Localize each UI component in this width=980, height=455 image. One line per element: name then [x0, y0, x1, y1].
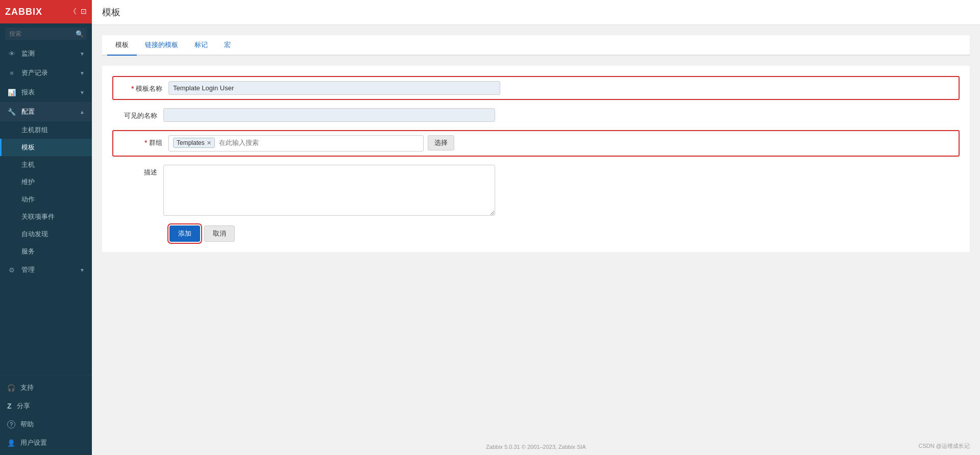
group-input-area: Templates ✕ 选择: [168, 135, 954, 151]
sub-item-label: 关联项事件: [21, 212, 55, 221]
sidebar-item-label: 报表: [21, 88, 35, 97]
group-tag-close-icon[interactable]: ✕: [207, 140, 211, 146]
sidebar-item-label: 监测: [21, 49, 35, 58]
group-field[interactable]: Templates ✕: [168, 135, 424, 151]
sidebar-sub-item-services[interactable]: 服务: [0, 243, 92, 260]
add-button[interactable]: 添加: [169, 225, 200, 242]
share-label: 分享: [17, 401, 30, 411]
content-area: 模板 链接的模板 标记 宏 模板名称 可见的名称: [92, 25, 980, 439]
main-content: 模板 模板 链接的模板 标记 宏 模板名称 可见的名称: [92, 0, 980, 455]
sidebar-item-share[interactable]: Z 分享: [0, 397, 92, 415]
chevron-icon: ▼: [80, 51, 85, 57]
user-settings-label: 用户设置: [20, 438, 47, 447]
sub-item-label: 主机: [21, 160, 35, 169]
select-button[interactable]: 选择: [428, 135, 454, 150]
template-name-field: [168, 81, 500, 95]
sidebar-item-help[interactable]: ? 帮助: [0, 415, 92, 434]
support-icon: 🎧: [7, 384, 15, 392]
visible-name-input[interactable]: [163, 108, 495, 122]
help-label: 帮助: [20, 420, 34, 429]
sidebar-nav: 👁 监测 ▼ ≡ 资产记录 ▼ 📊 报表 ▼ 🔧 配置 ▲ 主机群组 模板 主机: [0, 44, 92, 375]
sub-item-label: 自动发现: [21, 230, 48, 239]
sidebar-bottom: 🎧 支持 Z 分享 ? 帮助 👤 用户设置: [0, 375, 92, 455]
footer: Zabbix 5.0.31 © 2001–2023, Zabbix SIA CS…: [92, 439, 980, 455]
sidebar-sub-item-hosts[interactable]: 主机: [0, 156, 92, 173]
tab-template[interactable]: 模板: [107, 35, 137, 56]
window-icon[interactable]: ⊡: [81, 7, 87, 16]
sidebar-header: ZABBIX 《 ⊡: [0, 0, 92, 23]
sidebar-search-container: 🔍: [0, 23, 92, 44]
template-name-label: 模板名称: [117, 81, 168, 93]
sidebar-item-label: 管理: [21, 265, 35, 274]
sidebar-sub-item-actions[interactable]: 动作: [0, 191, 92, 208]
sidebar-item-assets[interactable]: ≡ 资产记录 ▼: [0, 63, 92, 83]
group-tag-label: Templates: [177, 139, 205, 146]
sub-item-label: 动作: [21, 195, 35, 204]
chevron-icon: ▼: [80, 267, 85, 273]
sidebar-item-label: 配置: [21, 107, 35, 116]
config-icon: 🔧: [7, 108, 16, 116]
sidebar-item-label: 资产记录: [21, 68, 48, 78]
chevron-icon: ▼: [80, 90, 85, 95]
share-icon: Z: [7, 402, 12, 410]
sidebar-item-user-settings[interactable]: 👤 用户设置: [0, 434, 92, 452]
sidebar-item-support[interactable]: 🎧 支持: [0, 378, 92, 397]
management-icon: ⚙: [7, 266, 16, 274]
chevron-icon: ▼: [80, 70, 85, 76]
visible-name-label: 可见的名称: [112, 108, 163, 120]
cancel-button[interactable]: 取消: [204, 225, 235, 242]
tab-linked-templates[interactable]: 链接的模板: [137, 35, 186, 56]
template-name-highlight-box: 模板名称: [112, 76, 960, 100]
group-search-input[interactable]: [219, 138, 419, 147]
sub-item-label: 维护: [21, 178, 35, 187]
sidebar-sub-item-templates[interactable]: 模板: [0, 139, 92, 156]
sidebar-item-reports[interactable]: 📊 报表 ▼: [0, 83, 92, 102]
form-container: 模板名称 可见的名称 群组: [102, 66, 970, 252]
group-tag-templates: Templates ✕: [173, 138, 215, 148]
sidebar-item-config[interactable]: 🔧 配置 ▲: [0, 102, 92, 121]
zabbix-logo: ZABBIX: [5, 7, 42, 17]
visible-name-field: [163, 108, 495, 122]
sidebar: ZABBIX 《 ⊡ 🔍 👁 监测 ▼ ≡ 资产记录 ▼ 📊 报表 ▼ 🔧: [0, 0, 92, 455]
sidebar-sub-item-discovery[interactable]: 自动发现: [0, 225, 92, 243]
tab-tags[interactable]: 标记: [186, 35, 216, 56]
sidebar-sub-item-events[interactable]: 关联项事件: [0, 208, 92, 225]
group-label: 群组: [117, 135, 168, 147]
tab-macros[interactable]: 宏: [216, 35, 239, 56]
sidebar-header-icons: 《 ⊡: [69, 7, 87, 16]
sub-item-label: 模板: [21, 143, 35, 152]
user-icon: 👤: [7, 439, 15, 447]
support-label: 支持: [20, 383, 34, 392]
visible-name-row: 可见的名称: [112, 108, 960, 122]
template-name-row: 模板名称: [117, 81, 954, 95]
description-field: [163, 165, 495, 217]
sidebar-item-management[interactable]: ⚙ 管理 ▼: [0, 260, 92, 280]
description-textarea[interactable]: [163, 165, 495, 216]
group-row: 群组 Templates ✕ 选择: [117, 135, 954, 151]
template-name-input[interactable]: [168, 81, 500, 95]
sidebar-item-monitor[interactable]: 👁 监测 ▼: [0, 44, 92, 63]
search-icon: 🔍: [76, 30, 84, 38]
search-input[interactable]: [5, 28, 87, 40]
description-row: 描述: [112, 165, 960, 217]
sidebar-sub-item-maintenance[interactable]: 维护: [0, 173, 92, 191]
chevron-up-icon: ▲: [80, 109, 85, 115]
page-title: 模板: [92, 0, 980, 25]
footer-copyright: Zabbix 5.0.31 © 2001–2023, Zabbix SIA: [486, 444, 586, 450]
assets-icon: ≡: [7, 69, 16, 77]
collapse-icon[interactable]: 《: [69, 7, 77, 16]
description-label: 描述: [112, 165, 163, 177]
monitor-icon: 👁: [7, 50, 16, 58]
footer-watermark: CSDN @运维成长记: [919, 442, 970, 450]
tabs-container: 模板 链接的模板 标记 宏: [102, 35, 970, 56]
help-icon: ?: [7, 420, 15, 428]
sub-item-label: 服务: [21, 247, 35, 256]
action-buttons: 添加 取消: [112, 225, 960, 242]
group-highlight-box: 群组 Templates ✕ 选择: [112, 130, 960, 157]
reports-icon: 📊: [7, 89, 16, 96]
sidebar-sub-item-host-groups[interactable]: 主机群组: [0, 121, 92, 139]
sub-item-label: 主机群组: [21, 125, 48, 135]
